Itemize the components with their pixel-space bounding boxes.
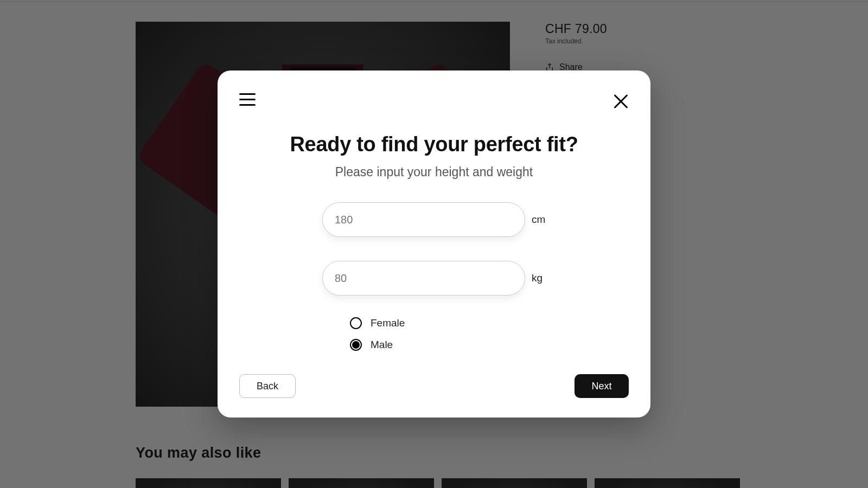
next-button[interactable]: Next [575,374,629,398]
gender-radio-group: Female Male [350,317,629,351]
back-button[interactable]: Back [239,374,296,398]
weight-row: kg [322,261,546,296]
radio-icon [350,339,362,351]
radio-icon [350,317,362,329]
modal-inputs: cm kg [239,202,629,296]
height-input[interactable] [322,202,525,237]
height-row: cm [322,202,546,237]
gender-male-radio[interactable]: Male [350,339,629,351]
close-icon[interactable] [612,93,629,110]
fit-modal: Ready to find your perfect fit? Please i… [218,70,650,418]
radio-label-female: Female [371,317,405,329]
weight-input[interactable] [322,261,525,296]
radio-label-male: Male [371,339,393,351]
modal-title: Ready to find your perfect fit? [239,133,629,156]
gender-female-radio[interactable]: Female [350,317,629,329]
modal-subtitle: Please input your height and weight [239,165,629,179]
menu-icon[interactable] [239,93,258,108]
modal-button-row: Back Next [239,374,629,398]
weight-unit-label: kg [532,272,546,284]
height-unit-label: cm [532,214,546,226]
